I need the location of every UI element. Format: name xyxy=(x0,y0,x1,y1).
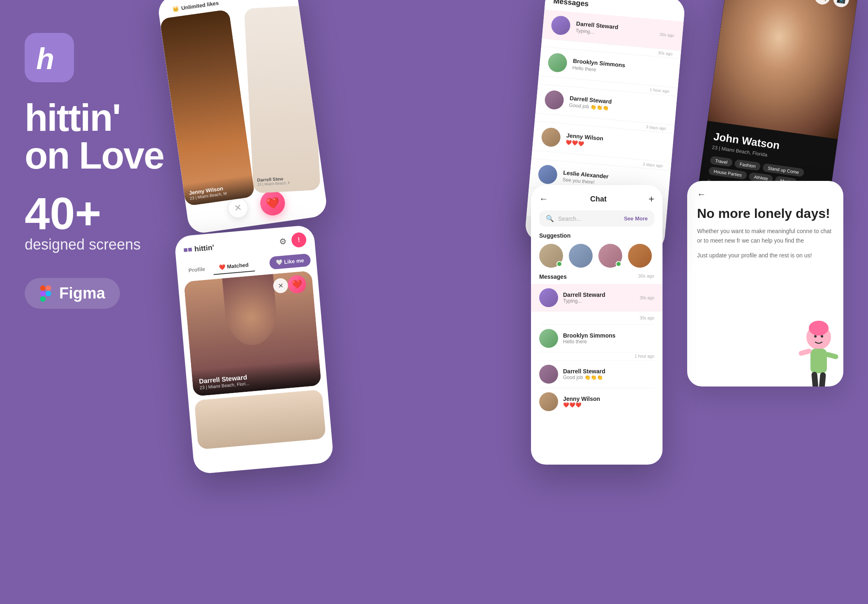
profile-photo: 📷 ✏️ xyxy=(707,0,859,139)
phone-chat: ← Chat + 🔍 Search... See More Suggestion xyxy=(531,185,663,465)
suggest-avatar-3[interactable] xyxy=(598,244,622,268)
dating-card-2[interactable] xyxy=(194,389,326,450)
suggestion-label: Suggestion xyxy=(539,232,654,239)
app-icon: h xyxy=(25,33,74,82)
suggest-avatar-1[interactable] xyxy=(539,244,563,268)
tab-like-me[interactable]: 🤍 Like me xyxy=(269,253,311,270)
tag-travel: Travel xyxy=(710,156,733,167)
svg-rect-4 xyxy=(40,296,46,301)
like-button[interactable]: ❤️ xyxy=(259,189,286,217)
see-more-link[interactable]: See More xyxy=(624,215,648,222)
messages-time-label: 30s ago xyxy=(638,273,654,280)
svg-rect-3 xyxy=(40,291,46,296)
svg-point-5 xyxy=(46,291,51,296)
svg-point-13 xyxy=(814,335,817,338)
article-illustration xyxy=(778,312,843,386)
svg-rect-2 xyxy=(46,285,51,291)
notification-button[interactable]: ! xyxy=(291,232,307,248)
chat-item-brooklyn[interactable]: Brooklyn Simmons Hello there xyxy=(539,325,654,352)
filter-icon[interactable]: ⚙ xyxy=(279,236,287,246)
chat-avatar-darrell xyxy=(539,288,558,307)
figma-label: Figma xyxy=(59,285,105,302)
chat-title: Chat xyxy=(590,195,607,204)
svg-rect-1 xyxy=(40,285,46,291)
messages-title: Messages xyxy=(553,0,589,8)
chat-avatar-darrell2 xyxy=(539,365,558,384)
messages-section-label: Messages xyxy=(539,273,567,280)
chat-search[interactable]: 🔍 Search... See More xyxy=(539,211,654,227)
article-title: No more lonely days! xyxy=(687,200,843,227)
chat-item-darrell[interactable]: Darrell Steward Typing... 30s ago xyxy=(531,284,663,312)
chat-item-jenny[interactable]: Jenny Wilson ❤️❤️❤️ xyxy=(539,388,654,415)
suggest-avatar-4[interactable] xyxy=(628,244,652,268)
article-body-2: Just update your profile and the rest is… xyxy=(697,251,833,260)
chat-back-button[interactable]: ← xyxy=(539,194,548,204)
article-body-1: Whether you want to make meaningful conn… xyxy=(697,227,833,245)
search-placeholder: Search... xyxy=(558,215,581,222)
svg-rect-12 xyxy=(819,372,826,386)
suggest-avatar-2[interactable] xyxy=(569,244,593,268)
avatar-brooklyn xyxy=(547,52,568,73)
avatar-darrell1 xyxy=(551,15,571,36)
chat-avatar-jenny xyxy=(539,392,558,411)
avatar-darrell2 xyxy=(544,90,565,110)
suggestion-section: Suggestion xyxy=(531,232,663,273)
tab-profile[interactable]: Profile xyxy=(182,262,211,277)
article-panel: ← No more lonely days! Whether you want … xyxy=(687,181,843,386)
avatar-jenny xyxy=(541,127,561,148)
home-logo: ■■ hittin' xyxy=(183,243,215,254)
figma-badge: Figma xyxy=(25,278,120,309)
chat-header: ← Chat + xyxy=(531,185,663,211)
chat-messages-section: Messages 30s ago Darrell Steward Typing.… xyxy=(531,273,663,415)
avatar-leslie xyxy=(538,164,558,185)
svg-point-14 xyxy=(821,335,823,338)
search-icon: 🔍 xyxy=(546,215,554,222)
article-body: Whether you want to make meaningful conn… xyxy=(687,227,843,260)
dating-cards: Darrell Steward 23 | Miami Beach, Flori.… xyxy=(178,270,332,454)
svg-text:h: h xyxy=(36,42,54,74)
dating-card-1[interactable]: Darrell Steward 23 | Miami Beach, Flori.… xyxy=(184,271,321,396)
svg-point-7 xyxy=(809,321,829,336)
chat-item-darrell2[interactable]: Darrell Steward Good job 👏👏👏 xyxy=(539,361,654,388)
tag-fashion: Fashion xyxy=(734,159,761,171)
suggestion-avatars xyxy=(539,244,654,268)
article-back-button[interactable]: ← xyxy=(697,189,706,199)
svg-rect-8 xyxy=(810,349,827,373)
svg-rect-11 xyxy=(811,372,818,386)
phone-home: ■■ hittin' ⚙ ! Profile ❤️ Matched 🤍 Like… xyxy=(174,224,334,474)
chat-avatar-brooklyn xyxy=(539,329,558,348)
svg-rect-9 xyxy=(798,348,812,356)
chat-plus-button[interactable]: + xyxy=(649,193,654,205)
